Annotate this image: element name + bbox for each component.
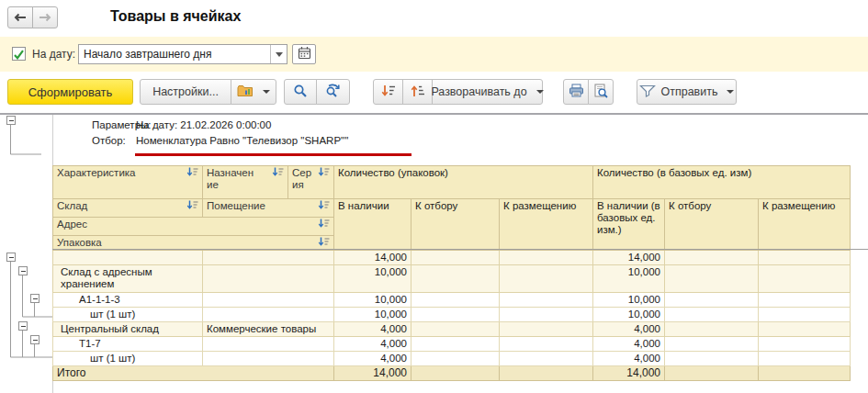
nav-back-button[interactable]	[7, 6, 33, 28]
qty-cell[interactable]	[759, 293, 851, 308]
qty-cell[interactable]	[759, 322, 851, 337]
qty-cell[interactable]	[411, 352, 500, 366]
ondate-checkbox[interactable]	[12, 47, 26, 61]
qty-cell[interactable]	[759, 308, 851, 322]
qty-cell[interactable]: 10,000	[334, 293, 411, 308]
qty-cell[interactable]	[500, 265, 593, 293]
total-qty-cell[interactable]	[500, 366, 593, 381]
total-qty-cell[interactable]: 14,000	[593, 366, 665, 381]
header-qty-base-group[interactable]: Количество (в базовых ед. изм)	[593, 166, 851, 199]
total-qty-cell[interactable]	[411, 366, 500, 381]
row-room-cell[interactable]	[203, 265, 334, 293]
qty-cell[interactable]	[665, 265, 759, 293]
row-name-cell[interactable]: Т1-7	[53, 337, 203, 352]
settings-button[interactable]: Настройки...	[140, 79, 231, 105]
row-name-cell[interactable]: Склад с адресным хранением	[53, 265, 203, 293]
qty-cell[interactable]	[759, 337, 851, 352]
header-in-stock-pack[interactable]: В наличии	[334, 199, 411, 251]
qty-cell[interactable]	[411, 322, 500, 337]
qty-cell[interactable]: 4,000	[334, 322, 411, 337]
total-qty-cell[interactable]: 14,000	[334, 366, 411, 381]
header-to-pick-base[interactable]: К отбору	[665, 199, 759, 251]
qty-cell[interactable]	[665, 308, 759, 322]
header-qty-pack-group[interactable]: Количество (упаковок)	[334, 166, 593, 199]
row-name-cell[interactable]: Центральный склад	[53, 322, 203, 337]
qty-cell[interactable]: 4,000	[593, 337, 665, 352]
qty-cell[interactable]: 4,000	[334, 352, 411, 366]
qty-cell[interactable]: 10,000	[334, 265, 411, 293]
nav-forward-button[interactable]	[32, 6, 58, 28]
header-to-place-base[interactable]: К размещению	[759, 199, 851, 251]
generate-button[interactable]: Сформировать	[7, 79, 133, 105]
qty-cell[interactable]	[500, 337, 593, 352]
row-room-cell[interactable]: Коммерческие товары	[203, 322, 334, 337]
header-warehouse[interactable]: Склад	[53, 199, 203, 218]
print-preview-button[interactable]	[588, 79, 614, 105]
qty-cell[interactable]: 10,000	[334, 308, 411, 322]
qty-cell[interactable]	[665, 251, 759, 265]
report-variants-button[interactable]	[231, 79, 276, 105]
qty-cell[interactable]	[500, 293, 593, 308]
qty-cell[interactable]	[411, 308, 500, 322]
qty-cell[interactable]	[500, 251, 593, 265]
qty-cell[interactable]	[759, 352, 851, 366]
header-characteristic[interactable]: Характеристика	[53, 166, 203, 199]
ondate-input[interactable]	[79, 45, 270, 63]
sort-ascending-button[interactable]	[402, 79, 433, 105]
print-button[interactable]	[563, 79, 589, 105]
row-room-cell[interactable]	[203, 251, 334, 265]
qty-cell[interactable]	[411, 265, 500, 293]
qty-cell[interactable]: 4,000	[593, 352, 665, 366]
row-room-cell[interactable]	[203, 308, 334, 322]
collapse-toggle-cell2[interactable]	[30, 335, 39, 344]
row-room-cell[interactable]	[203, 337, 334, 352]
qty-cell[interactable]	[665, 293, 759, 308]
collapse-toggle-warehouse1[interactable]	[18, 266, 28, 275]
search-button[interactable]	[284, 79, 317, 105]
header-to-place-pack[interactable]: К размещению	[500, 199, 593, 251]
collapse-toggle-warehouse2[interactable]	[18, 321, 28, 331]
qty-cell[interactable]	[759, 251, 851, 265]
calendar-button[interactable]	[292, 44, 316, 64]
total-label-cell[interactable]: Итого	[53, 366, 334, 381]
ondate-dropdown-button[interactable]	[270, 45, 287, 63]
row-room-cell[interactable]	[203, 293, 334, 308]
qty-cell[interactable]: 10,000	[593, 265, 665, 293]
send-button[interactable]: Отправить	[637, 79, 737, 105]
total-qty-cell[interactable]	[759, 366, 851, 381]
qty-cell[interactable]: 4,000	[334, 337, 411, 352]
qty-cell[interactable]	[665, 337, 759, 352]
qty-cell[interactable]	[500, 322, 593, 337]
header-series[interactable]: Серия	[288, 166, 334, 199]
qty-cell[interactable]	[411, 251, 500, 265]
header-room[interactable]: Помещение	[203, 199, 334, 218]
header-address[interactable]: Адрес	[53, 218, 334, 236]
row-name-cell[interactable]	[53, 251, 203, 265]
total-qty-cell[interactable]	[665, 366, 759, 381]
qty-cell[interactable]: 14,000	[593, 251, 665, 265]
collapse-toggle-header[interactable]	[6, 116, 16, 125]
row-name-cell[interactable]: А1-1-1-3	[53, 293, 203, 308]
qty-cell[interactable]: 10,000	[593, 293, 665, 308]
header-in-stock-base[interactable]: В наличии (в базовых ед. изм.)	[593, 199, 665, 251]
qty-cell[interactable]	[500, 308, 593, 322]
qty-cell[interactable]	[665, 352, 759, 366]
row-name-cell[interactable]: шт (1 шт)	[53, 352, 203, 366]
sort-descending-button[interactable]	[373, 79, 403, 105]
header-to-pick-pack[interactable]: К отбору	[411, 199, 500, 251]
search-next-button[interactable]	[316, 79, 350, 105]
qty-cell[interactable]: 14,000	[334, 251, 411, 265]
collapse-toggle-cell1[interactable]	[30, 294, 39, 303]
qty-cell[interactable]	[759, 265, 851, 293]
qty-cell[interactable]: 4,000	[593, 322, 665, 337]
row-room-cell[interactable]	[203, 352, 334, 366]
qty-cell[interactable]	[500, 352, 593, 366]
header-purpose[interactable]: Назначение	[203, 166, 288, 199]
qty-cell[interactable]	[665, 322, 759, 337]
row-name-cell[interactable]: шт (1 шт)	[53, 308, 203, 322]
qty-cell[interactable]: 10,000	[593, 308, 665, 322]
collapse-toggle-grandtotal[interactable]	[6, 253, 16, 262]
expand-to-button[interactable]: Разворачивать до	[432, 79, 543, 105]
qty-cell[interactable]	[411, 337, 500, 352]
qty-cell[interactable]	[411, 293, 500, 308]
